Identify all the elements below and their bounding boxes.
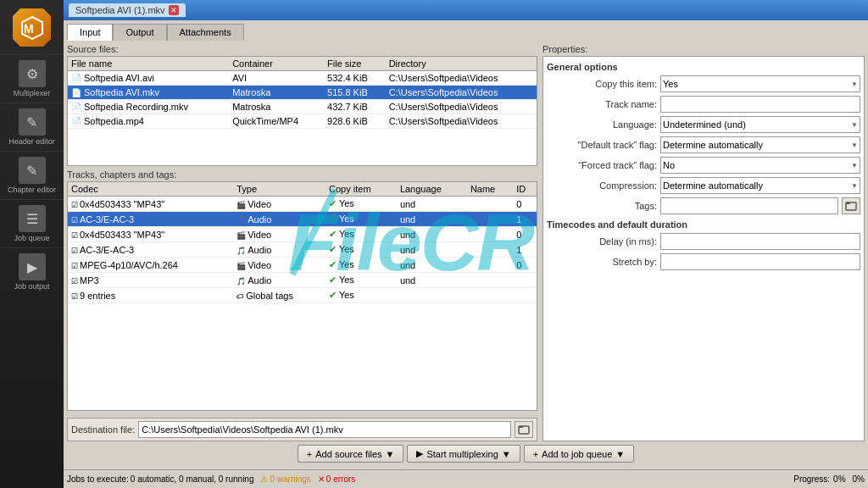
track-lang-cell: und bbox=[397, 242, 467, 258]
size-cell: 532.4 KiB bbox=[324, 71, 386, 86]
track-lang-cell bbox=[397, 288, 467, 303]
tracks-table[interactable]: Codec Type Copy item Language Name ID ☑0… bbox=[67, 181, 537, 411]
logo-shape: M bbox=[13, 8, 51, 47]
track-row[interactable]: ☑0x4d503433 "MP43" 🎬Video ✔ Yes und 0 bbox=[68, 197, 537, 212]
track-lang-cell: und bbox=[397, 212, 467, 227]
track-col-copy: Copy item bbox=[326, 182, 397, 197]
prop-label-compression: Compression: bbox=[547, 180, 657, 191]
add-job-label: Add to job queue bbox=[542, 449, 612, 459]
prop-copy-select[interactable]: YesNo bbox=[660, 75, 860, 92]
track-row[interactable]: ☑0x4d503433 "MP43" 🎬Video ✔ Yes und 0 bbox=[68, 227, 537, 242]
track-col-lang: Language bbox=[397, 182, 467, 197]
sidebar-item-header-editor[interactable]: ✎ Header editor bbox=[0, 103, 64, 151]
destination-label: Destination file: bbox=[71, 424, 135, 435]
prop-default-track-select-wrap: Determine automatically bbox=[660, 136, 860, 153]
left-panel: Source files: File name Container File s… bbox=[67, 44, 537, 441]
col-filesize: File size bbox=[324, 57, 386, 71]
track-id-cell: 1 bbox=[513, 212, 537, 227]
sidebar-item-job-output[interactable]: ▶ Job output bbox=[0, 247, 64, 296]
track-row[interactable]: ☑9 entries 🏷Global tags ✔ Yes bbox=[68, 288, 537, 303]
track-copy-cell: ✔ Yes bbox=[326, 258, 397, 273]
sidebar-item-chapter-editor[interactable]: ✎ Chapter editor bbox=[0, 151, 64, 199]
prop-row-delay: Delay (in ms): bbox=[547, 233, 860, 250]
source-file-row[interactable]: 📄Softpedia Recording.mkv Matroska 432.7 … bbox=[68, 100, 537, 114]
container-cell: Matroska bbox=[229, 100, 324, 114]
prop-row-default-track: "Default track" flag: Determine automati… bbox=[547, 136, 860, 153]
tracks-label: Tracks, chapters and tags: bbox=[67, 169, 537, 180]
start-mux-button[interactable]: ▶ Start multiplexing ▼ bbox=[407, 445, 520, 463]
prop-tags-input[interactable] bbox=[660, 197, 838, 214]
prop-label-delay: Delay (in ms): bbox=[547, 236, 657, 247]
prop-stretch-input[interactable] bbox=[660, 253, 860, 270]
track-id-cell: 0 bbox=[513, 258, 537, 273]
source-file-row[interactable]: 📄Softpedia AVI.avi AVI 532.4 KiB C:\User… bbox=[68, 71, 537, 86]
track-type-cell: 🎵Audio bbox=[233, 273, 326, 288]
sidebar-item-job-queue[interactable]: ☰ Job queue bbox=[0, 199, 64, 247]
errors-value: 0 errors bbox=[326, 474, 355, 484]
right-pct: 0% bbox=[853, 474, 865, 484]
title-tab: Softpedia AVI (1).mkv ✕ bbox=[69, 3, 186, 17]
track-codec-cell: ☑0x4d503433 "MP43" bbox=[68, 227, 233, 242]
track-name-cell bbox=[467, 197, 513, 212]
track-row[interactable]: ☑MPEG-4p10/AVC/h.264 🎬Video ✔ Yes und 0 bbox=[68, 258, 537, 273]
container-cell: Matroska bbox=[229, 86, 324, 100]
content-wrapper: Input Output Attachments Source files: F… bbox=[64, 20, 868, 469]
add-job-button[interactable]: + Add to job queue ▼ bbox=[524, 445, 635, 463]
prop-row-language: Language: Undetermined (und) bbox=[547, 116, 860, 133]
track-copy-cell: ✔ Yes bbox=[326, 242, 397, 258]
track-copy-cell: ✔ Yes bbox=[326, 288, 397, 303]
progress-section: Progress: 0% bbox=[793, 474, 845, 484]
source-files-table[interactable]: File name Container File size Directory … bbox=[67, 56, 537, 166]
prop-language-select-wrap: Undetermined (und) bbox=[660, 116, 860, 133]
container-cell: QuickTime/MP4 bbox=[229, 114, 324, 129]
track-row[interactable]: ☑AC-3/E-AC-3 🎵Audio ✔ Yes und 1 bbox=[68, 242, 537, 258]
tags-browse-button[interactable] bbox=[842, 197, 860, 214]
destination-input[interactable] bbox=[138, 421, 511, 438]
errors-status: ✕ 0 errors bbox=[318, 474, 355, 484]
file-name-cell: 📄Softpedia AVI.avi bbox=[68, 71, 229, 86]
prop-copy-select-wrap: YesNo bbox=[660, 75, 860, 92]
add-source-files-button[interactable]: + Add source files ▼ bbox=[298, 445, 404, 463]
track-copy-cell: ✔ Yes bbox=[326, 273, 397, 288]
destination-section: Destination file: bbox=[67, 418, 537, 441]
chapter-editor-icon: ✎ bbox=[19, 157, 46, 184]
track-row[interactable]: ☑AC-3/E-AC-3 🎵Audio ✔ Yes und 1 bbox=[68, 212, 537, 227]
prop-trackname-input[interactable] bbox=[660, 96, 860, 113]
prop-language-select[interactable]: Undetermined (und) bbox=[660, 116, 860, 133]
add-job-icon: + bbox=[533, 449, 538, 459]
destination-browse-button[interactable] bbox=[515, 421, 533, 438]
sidebar-label-multiplexer: Multiplexer bbox=[14, 89, 51, 97]
tab-close-button[interactable]: ✕ bbox=[169, 5, 179, 15]
prop-row-compression: Compression: Determine automatically bbox=[547, 177, 860, 194]
track-type-cell: 🎬Video bbox=[233, 258, 326, 273]
track-col-name: Name bbox=[467, 182, 513, 197]
prop-compression-select[interactable]: Determine automatically bbox=[660, 177, 860, 194]
col-filename: File name bbox=[68, 57, 229, 71]
track-codec-cell: ☑AC-3/E-AC-3 bbox=[68, 212, 233, 227]
track-name-cell bbox=[467, 273, 513, 288]
track-type-cell: 🎬Video bbox=[233, 197, 326, 212]
dir-cell: C:\Users\Softpedia\Videos bbox=[386, 114, 537, 129]
prop-row-trackname: Track name: bbox=[547, 96, 860, 113]
title-bar-left: Softpedia AVI (1).mkv ✕ bbox=[69, 3, 186, 17]
track-name-cell bbox=[467, 227, 513, 242]
tab-input[interactable]: Input bbox=[67, 24, 113, 41]
track-name-cell bbox=[467, 288, 513, 303]
source-file-row[interactable]: 📄Softpedia.mp4 QuickTime/MP4 928.6 KiB C… bbox=[68, 114, 537, 129]
prop-default-track-select[interactable]: Determine automatically bbox=[660, 136, 860, 153]
size-cell: 432.7 KiB bbox=[324, 100, 386, 114]
track-id-cell: 0 bbox=[513, 227, 537, 242]
source-file-row[interactable]: 📄Softpedia AVI.mkv Matroska 515.8 KiB C:… bbox=[68, 86, 537, 100]
prop-forced-track-select[interactable]: No bbox=[660, 157, 860, 174]
track-row[interactable]: ☑MP3 🎵Audio ✔ Yes und bbox=[68, 273, 537, 288]
prop-delay-input[interactable] bbox=[660, 233, 860, 250]
warnings-status: ⚠ 0 warnings bbox=[260, 474, 310, 484]
track-codec-cell: ☑AC-3/E-AC-3 bbox=[68, 242, 233, 258]
track-id-cell bbox=[513, 273, 537, 288]
multiplexer-icon: ⚙ bbox=[19, 60, 46, 87]
track-id-cell: 1 bbox=[513, 242, 537, 258]
tab-attachments[interactable]: Attachments bbox=[167, 24, 244, 41]
sidebar-item-multiplexer[interactable]: ⚙ Multiplexer bbox=[0, 54, 64, 103]
track-type-cell: 🎵Audio bbox=[233, 242, 326, 258]
tab-output[interactable]: Output bbox=[113, 24, 166, 41]
